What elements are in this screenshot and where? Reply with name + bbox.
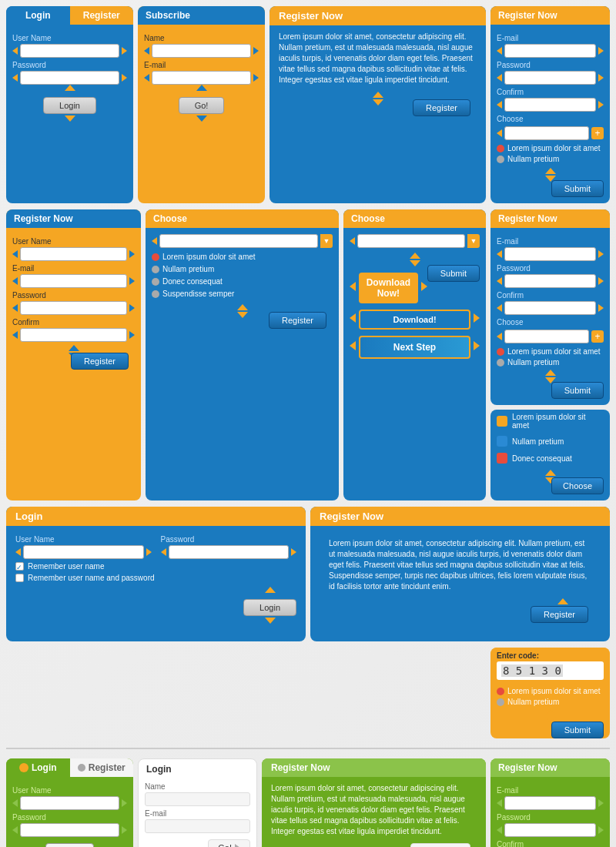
radio-dot: [152, 278, 159, 286]
register-button[interactable]: Register: [71, 353, 129, 370]
arrow-left-icon: [497, 277, 502, 285]
go-button[interactable]: Go!: [208, 839, 250, 847]
confirm-input[interactable]: [504, 98, 596, 112]
side-arrow-right-icon: [474, 341, 480, 350]
radio-dot-red: [497, 145, 504, 152]
password-input[interactable]: [504, 274, 596, 288]
register-button[interactable]: Register: [269, 312, 326, 329]
email-input[interactable]: [20, 274, 127, 288]
tag-icon-orange: [497, 416, 507, 427]
register-now-header: Register Now: [262, 758, 486, 777]
password-input[interactable]: [169, 545, 290, 559]
arrow-left-icon: [161, 548, 166, 556]
confirm-input[interactable]: [20, 328, 127, 342]
confirm-label: Confirm: [497, 840, 604, 847]
username-input[interactable]: [23, 545, 144, 559]
register-orange-widget: Register Now User Name E-mail Password: [6, 209, 141, 500]
choose-select[interactable]: [504, 330, 589, 343]
register-tab[interactable]: Register: [70, 6, 134, 25]
choose-blue-widget: Choose ▼ Lorem ipsum dolor sit amet Null…: [146, 209, 339, 500]
arrow-right-icon: [129, 277, 135, 285]
arrow-right-icon: [129, 250, 135, 258]
email-input[interactable]: [504, 247, 596, 261]
arrow-left-icon: [350, 237, 355, 245]
arrow-left-icon: [144, 47, 149, 55]
register-tab-green[interactable]: Register: [70, 758, 134, 777]
login-tab[interactable]: Login: [6, 6, 70, 25]
remember-checkbox[interactable]: [15, 562, 24, 571]
password-label: Password: [12, 813, 127, 822]
submit-button[interactable]: Submit: [551, 382, 604, 399]
password-input[interactable]: [20, 301, 127, 315]
remember-both-checkbox[interactable]: [15, 574, 24, 582]
arrow-left-icon: [12, 304, 18, 312]
email-input[interactable]: [152, 71, 251, 85]
submit-button[interactable]: Submit: [427, 265, 480, 282]
code-option-1: Lorem ipsum dolor sit amet: [507, 687, 601, 695]
password-input[interactable]: [504, 823, 596, 837]
tag-label-1: Lorem ipsum dolor sit amet: [512, 413, 604, 430]
password-input[interactable]: [504, 71, 596, 85]
username-input[interactable]: [20, 44, 119, 58]
download-button[interactable]: Download!: [359, 310, 470, 330]
choose-label: Choose: [497, 115, 604, 123]
radio-dot-red: [497, 348, 504, 356]
next-step-button[interactable]: Next Step: [359, 336, 470, 359]
side-arrow-left-icon: [350, 341, 356, 350]
register-button[interactable]: Register: [413, 99, 470, 116]
choose-select[interactable]: [357, 234, 465, 248]
username-input[interactable]: [20, 796, 119, 810]
register-now-header: Register Now: [6, 209, 141, 228]
login-tab-green[interactable]: Login: [6, 758, 70, 777]
download-now-button[interactable]: Download Now!: [359, 273, 418, 303]
login-button[interactable]: Login: [43, 97, 96, 114]
side-arrow-left-icon: [350, 282, 356, 291]
choose-button[interactable]: Choose: [551, 477, 604, 494]
arrow-top-icon: [545, 709, 556, 715]
arrow-left-icon: [152, 237, 157, 245]
username-label: User Name: [12, 786, 127, 795]
name-input[interactable]: [152, 44, 251, 58]
password-input[interactable]: [20, 823, 119, 837]
confirm-label: Confirm: [12, 318, 135, 326]
username-input[interactable]: [20, 247, 127, 261]
go-button[interactable]: Go!: [179, 97, 225, 114]
email-input[interactable]: [504, 796, 596, 810]
choose-select[interactable]: [504, 126, 589, 140]
arrow-bottom-icon: [196, 116, 207, 122]
login-button-green[interactable]: Login: [45, 843, 95, 847]
email-input[interactable]: [145, 819, 250, 833]
arrow-top-icon: [69, 345, 79, 351]
arrow-right-icon: [129, 331, 135, 339]
login-wide-widget: Login User Name Password: [6, 507, 306, 641]
email-label: E-mail: [497, 786, 604, 795]
register-button[interactable]: Register: [531, 606, 588, 623]
submit-button[interactable]: Submit: [551, 721, 604, 738]
name-input[interactable]: [145, 792, 250, 806]
arrow-right-icon: [598, 250, 604, 258]
remember-both-label: Remember user name and password: [28, 574, 155, 582]
submit-button[interactable]: Submit: [551, 180, 604, 197]
tag-icon-red: [497, 453, 507, 464]
option-3: Donec consequat: [162, 277, 223, 286]
radio-label: Lorem ipsum dolor sit amet: [507, 347, 601, 356]
radio-label-2: Nullam pretium: [507, 155, 559, 163]
code-display: 8 5 1 3 0: [497, 661, 604, 680]
login-button[interactable]: Login: [243, 599, 296, 616]
register-button-green[interactable]: Register: [410, 843, 470, 847]
choose-select[interactable]: [159, 234, 318, 248]
email-input[interactable]: [504, 44, 596, 58]
dropdown-arrow-icon: ▼: [320, 234, 333, 248]
register-small-green-widget: Register Now E-mail Password Confirm: [490, 758, 610, 847]
enter-code-label: Enter code:: [490, 648, 610, 661]
confirm-input[interactable]: [504, 301, 596, 315]
arrow-left-icon: [12, 250, 18, 258]
arrow-right-icon: [598, 799, 604, 807]
email-label: E-mail: [497, 237, 604, 246]
password-input[interactable]: [20, 71, 119, 85]
arrow-top-icon: [65, 85, 75, 91]
plus-button[interactable]: +: [591, 127, 604, 139]
plus-button[interactable]: +: [591, 330, 604, 343]
register-now-small-widget: Register Now E-mail Password Confirm: [490, 6, 610, 203]
radio-dot: [497, 688, 504, 695]
